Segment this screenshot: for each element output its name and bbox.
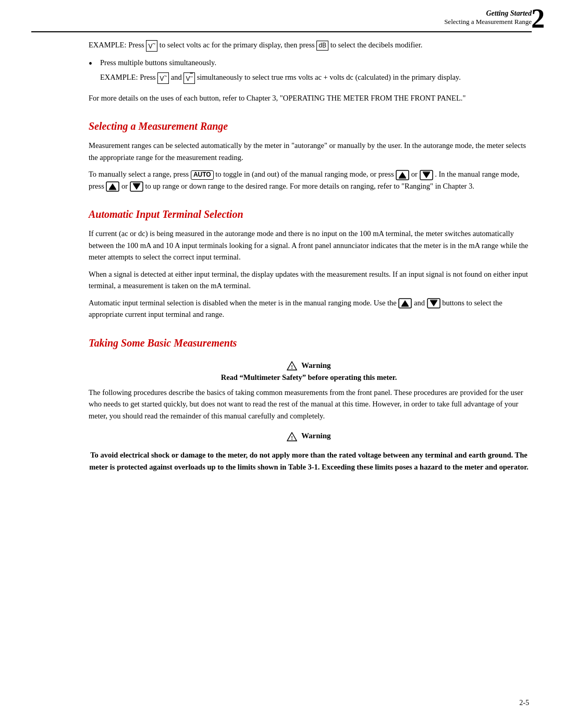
header-chapter-title: Getting Started [444,9,532,18]
bullet-item-1: • Press multiple buttons simultaneously.… [89,57,529,89]
header-section-subtitle: Selecting a Measurement Range [444,18,532,26]
db-key: dB [316,41,328,51]
page-header: Getting Started Selecting a Measurement … [444,9,532,26]
section2-para1: If current (ac or dc) is being measured … [89,228,529,263]
vdc-key: V– [183,72,195,84]
header-divider [31,31,532,32]
down-range-icon [420,170,433,180]
section3-para1: The following procedures describe the ba… [89,387,529,422]
bullet-content-1: Press multiple buttons simultaneously. E… [100,57,529,89]
s1p2-or1: or [411,170,418,178]
auto-key: AUTO [191,170,214,180]
svg-marker-7 [109,183,116,189]
warning-triangle-icon-2: ! [287,432,297,441]
example2-and: and [171,73,184,81]
warning1-title: ! Warning [89,360,529,372]
up-range-icon-2 [106,181,119,192]
example2-block: EXAMPLE: Press V~ and V– simultaneously … [100,71,529,84]
warning2-title: ! Warning [89,430,529,442]
s2p3-and: and [414,299,425,307]
svg-text:!: ! [291,435,293,441]
up-range-icon [396,170,409,180]
bullet1-text: Press multiple buttons simultaneously. [100,58,216,67]
svg-marker-5 [423,172,430,178]
section2-para2: When a signal is detected at either inpu… [89,268,529,292]
up-range-icon-3 [398,298,412,309]
warning-box-1: ! Warning Read “Multimeter Safety” befor… [89,360,529,384]
s1p2-or2: or [121,182,128,190]
section1-para2: To manually select a range, press AUTO t… [89,168,529,192]
svg-text:!: ! [291,364,293,370]
example1-mid: to select volts ac for the primary displ… [160,41,315,49]
warning-box-2: ! Warning [89,430,529,442]
more-details-text: For more details on the uses of each but… [89,94,466,102]
vac-key-2: V~ [157,72,169,84]
example1-end: to select the decibels modifier. [331,41,423,49]
main-content: EXAMPLE: Press V~ to select volts ac for… [89,39,529,477]
s1p2-start: To manually select a range, press [89,170,189,178]
section1-para1: Measurement ranges can be selected autom… [89,140,529,163]
warning1-subtitle: Read “Multimeter Safety” before operatin… [89,372,529,383]
svg-marker-13 [401,300,409,306]
warning-triangle-icon-1: ! [287,361,297,371]
down-range-icon-3 [427,298,440,309]
example1-text: EXAMPLE: Press [89,41,144,49]
page: Getting Started Selecting a Measurement … [0,0,563,728]
svg-marker-11 [133,184,140,190]
section2-para3: Automatic input terminal selection is di… [89,297,529,320]
section3-heading: Taking Some Basic Measurements [89,335,529,351]
more-details-para: For more details on the uses of each but… [89,92,529,104]
down-range-icon-2 [130,181,143,192]
example1-block: EXAMPLE: Press V~ to select volts ac for… [89,39,529,52]
bullet-dot-1: • [89,57,100,89]
s1p2-end: to up range or down range to the desired… [145,182,474,190]
svg-marker-1 [399,172,406,178]
example2-text: EXAMPLE: Press [100,73,156,81]
section2-heading: Automatic Input Terminal Selection [89,206,529,223]
svg-marker-17 [430,301,437,306]
page-number: 2-5 [519,699,529,707]
s1p2-mid1: to toggle in (and out) of the manual ran… [215,170,394,178]
chapter-number: 2 [531,5,545,32]
section1-heading: Selecting a Measurement Range [89,118,529,134]
vac-key: V~ [146,40,157,52]
s2p3-start: Automatic input terminal selection is di… [89,299,397,307]
example2-end: simultaneously to select true rms volts … [197,73,461,81]
warning2-bold-text: To avoid electrical shock or damage to t… [89,449,529,473]
